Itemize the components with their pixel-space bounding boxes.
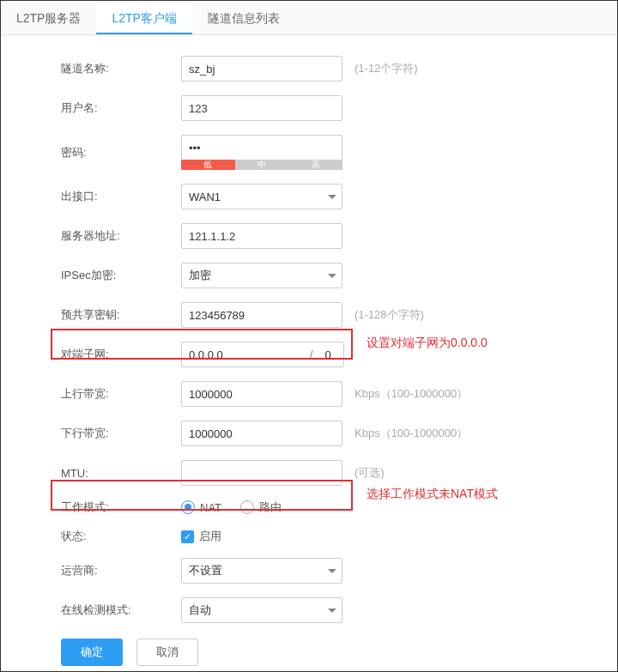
- dropdown-arrow-icon: [328, 569, 336, 573]
- hint-upstream: Kbps（100-1000000）: [354, 386, 468, 402]
- label-peer-subnet: 对端子网:: [61, 347, 181, 362]
- label-status: 状态:: [61, 529, 181, 544]
- input-password[interactable]: [181, 135, 342, 160]
- strength-mid: 中: [235, 160, 289, 170]
- select-ipsec-value: 加密: [189, 268, 211, 283]
- label-username: 用户名:: [61, 100, 181, 116]
- hint-mtu: (可选): [354, 465, 385, 481]
- input-peer-subnet-ip[interactable]: [181, 342, 310, 367]
- strength-high: 高: [288, 160, 342, 170]
- ok-button[interactable]: 确定: [61, 639, 123, 666]
- label-tunnel-name: 隧道名称:: [61, 61, 181, 76]
- dropdown-arrow-icon: [328, 608, 336, 613]
- label-psk: 预共享密钥:: [61, 307, 181, 323]
- radio-label-nat: NAT: [200, 501, 221, 514]
- select-detection[interactable]: 自动: [181, 597, 342, 623]
- tab-bar: L2TP服务器 L2TP客户端 隧道信息列表: [1, 1, 617, 35]
- select-out-interface-value: WAN1: [189, 191, 221, 203]
- hint-psk: (1-128个字符): [354, 307, 424, 323]
- annotation-peer-subnet: 设置对端子网为0.0.0.0: [367, 336, 488, 351]
- checkbox-enable[interactable]: ✓ 启用: [181, 529, 342, 544]
- input-tunnel-name[interactable]: [181, 56, 342, 82]
- select-operator[interactable]: 不设置: [181, 558, 342, 584]
- hint-tunnel-name: (1-12个字符): [354, 61, 418, 76]
- input-psk[interactable]: [181, 302, 342, 328]
- label-operator: 运营商:: [61, 563, 181, 578]
- tab-tunnel-info[interactable]: 隧道信息列表: [192, 1, 295, 34]
- label-password: 密码:: [61, 145, 181, 160]
- tab-l2tp-server[interactable]: L2TP服务器: [1, 1, 96, 34]
- annotation-mode: 选择工作模式未NAT模式: [367, 487, 498, 502]
- input-username[interactable]: [181, 95, 342, 121]
- tab-l2tp-client[interactable]: L2TP客户端: [96, 1, 191, 34]
- label-downstream: 下行带宽:: [61, 426, 181, 441]
- input-mtu[interactable]: [181, 460, 342, 486]
- radio-mode-route[interactable]: 路由: [240, 499, 282, 515]
- checkbox-label-enable: 启用: [199, 529, 221, 544]
- select-operator-value: 不设置: [189, 563, 222, 578]
- label-server-addr: 服务器地址:: [61, 228, 181, 244]
- select-ipsec[interactable]: 加密: [181, 263, 342, 288]
- input-server-addr[interactable]: [181, 223, 342, 249]
- label-out-interface: 出接口:: [61, 189, 181, 204]
- select-detection-value: 自动: [189, 602, 211, 618]
- password-strength-meter: 低 中 高: [181, 160, 342, 170]
- label-mtu: MTU:: [61, 467, 181, 480]
- label-detection: 在线检测模式:: [61, 602, 181, 618]
- cancel-button[interactable]: 取消: [136, 639, 198, 666]
- radio-icon: [240, 500, 254, 514]
- input-peer-subnet-mask[interactable]: [313, 342, 344, 367]
- hint-downstream: Kbps（100-1000000）: [354, 426, 468, 441]
- input-upstream[interactable]: [181, 381, 342, 407]
- radio-label-route: 路由: [259, 499, 282, 515]
- label-upstream: 上行带宽:: [61, 386, 181, 402]
- label-mode: 工作模式:: [61, 499, 181, 515]
- strength-low: 低: [181, 160, 235, 170]
- input-downstream[interactable]: [181, 421, 342, 446]
- dropdown-arrow-icon: [328, 274, 336, 278]
- label-ipsec: IPSec加密:: [61, 268, 181, 283]
- select-out-interface[interactable]: WAN1: [181, 184, 342, 209]
- l2tp-client-form: 隧道名称: (1-12个字符) 用户名: 密码: 低 中 高 出接口:: [1, 35, 617, 666]
- checkmark-icon: ✓: [181, 530, 194, 543]
- radio-mode-nat[interactable]: NAT: [181, 500, 221, 514]
- radio-icon: [181, 500, 195, 514]
- dropdown-arrow-icon: [328, 195, 336, 199]
